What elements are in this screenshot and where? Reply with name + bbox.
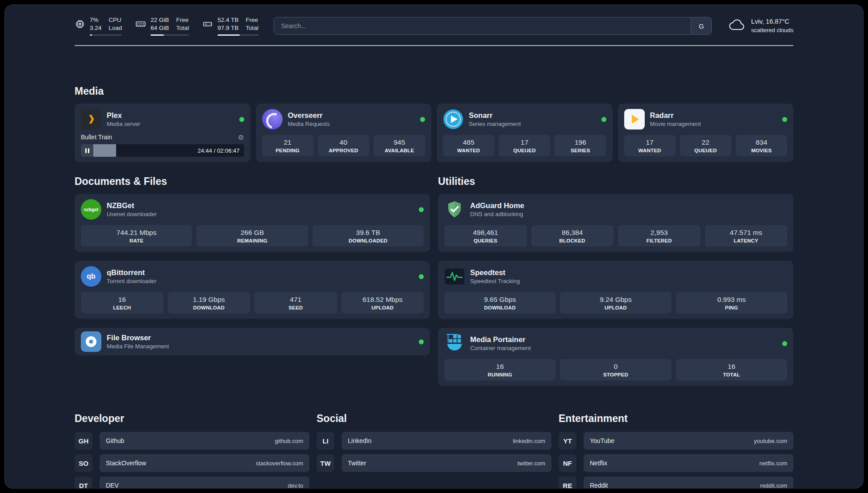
- disk-label-1: Free: [246, 16, 259, 24]
- bookmark-abbr-youtube: YT: [559, 432, 576, 450]
- app-name: AdGuard Home: [470, 201, 524, 210]
- app-card-header: Radarr Movie management: [624, 109, 788, 130]
- search-engine-button[interactable]: G: [691, 17, 711, 34]
- stat-label: WANTED: [627, 148, 673, 153]
- bookmark-url: stackoverflow.com: [256, 460, 303, 467]
- gear-icon[interactable]: ⚙: [238, 134, 244, 141]
- stat-tile: 471 SEED: [255, 292, 337, 313]
- disk-values: 52.4 TB 97.9 TB: [217, 16, 238, 32]
- stat-value: 834: [739, 138, 785, 146]
- stat-tile: 0 STOPPED: [560, 359, 671, 380]
- bookmark-name: YouTube: [590, 437, 614, 444]
- bookmark-row: GH Github github.com: [75, 432, 309, 450]
- bookmark-url: netflix.com: [760, 460, 787, 467]
- stat-label: PENDING: [265, 148, 311, 153]
- search-input[interactable]: [274, 22, 691, 29]
- stat-tile: 618.52 Mbps UPLOAD: [342, 292, 424, 313]
- app-card-portainer[interactable]: Media Portainer Container management 16 …: [438, 328, 793, 386]
- cpu-label-2: Load: [108, 24, 122, 32]
- bookmarks-entertainment: Entertainment YT YouTube youtube.com NF …: [559, 413, 793, 489]
- app-card-overseerr[interactable]: Overseerr Media Requests 21 PENDING 40 A…: [256, 104, 432, 162]
- app-subtitle: Container management: [470, 345, 531, 351]
- stat-value: 40: [321, 138, 367, 146]
- nzbget-icon-text: nzbget: [84, 207, 98, 212]
- app-card-speedtest[interactable]: Speedtest Speedtest Tracking 9.65 Gbps D…: [438, 261, 793, 319]
- stat-value: 22: [683, 138, 729, 146]
- stat-tile: 16 RUNNING: [444, 359, 555, 380]
- app-subtitle: DNS and adblocking: [470, 211, 524, 217]
- bookmark-link-twitter[interactable]: Twitter twitter.com: [342, 454, 551, 472]
- stat-label: SEED: [257, 305, 334, 310]
- bookmark-name: Netflix: [590, 460, 607, 467]
- stat-tile: 2,953 FILTERED: [618, 225, 701, 246]
- stat-tile: 22 QUEUED: [680, 135, 731, 156]
- bookmark-link-linkedin[interactable]: LinkedIn linkedin.com: [342, 432, 551, 450]
- player-progress-bar[interactable]: 24:44 / 02:06:47: [81, 144, 244, 157]
- stat-value: 266 GB: [199, 229, 305, 237]
- cpu-load-value: 3.24: [90, 24, 101, 32]
- bookmark-link-github[interactable]: Github github.com: [100, 432, 309, 450]
- bookmarks: Developer GH Github github.com SO StackO…: [75, 413, 793, 489]
- pause-button[interactable]: [81, 144, 93, 157]
- bookmark-link-netflix[interactable]: Netflix netflix.com: [584, 454, 793, 472]
- cloud-icon: [729, 19, 746, 33]
- stat-label: APPROVED: [321, 148, 367, 153]
- app-card-header: File Browser Media File Management: [81, 331, 424, 352]
- cpu-label-1: CPU: [108, 16, 122, 24]
- bookmark-name: DEV: [106, 482, 119, 489]
- app-name: Radarr: [650, 111, 701, 120]
- memory-widget-body: 22 GiB 64 GiB Free Total: [150, 16, 189, 35]
- app-card-header: Sonarr Series management: [443, 109, 606, 130]
- overseerr-icon: [262, 109, 283, 130]
- bookmarks-title-entertainment: Entertainment: [559, 413, 793, 425]
- bookmark-name: Reddit: [590, 482, 608, 489]
- app-card-nzbget[interactable]: nzbget NZBGet Usenet downloader 744.21 M…: [75, 194, 430, 252]
- app-meta: qBittorrent Torrent downloader: [107, 268, 156, 284]
- qbittorrent-icon: qb: [81, 266, 101, 287]
- bookmark-link-reddit[interactable]: Reddit reddit.com: [584, 476, 793, 489]
- memory-label-1: Free: [176, 16, 189, 24]
- app-card-radarr[interactable]: Radarr Movie management 17 WANTED 22 QUE…: [618, 104, 794, 162]
- stat-tile: 21 PENDING: [262, 135, 313, 156]
- stats: 9.65 Gbps DOWNLOAD 9.24 Gbps UPLOAD 0.99…: [444, 292, 787, 313]
- status-dot: [601, 117, 606, 122]
- app-card-header: AdGuard Home DNS and adblocking: [444, 199, 787, 220]
- bookmark-url: linkedin.com: [513, 438, 545, 444]
- bookmark-link-stackoverflow[interactable]: StackOverflow stackoverflow.com: [100, 454, 309, 472]
- stat-label: SERIES: [557, 148, 603, 153]
- stat-value: 9.24 Gbps: [563, 296, 668, 304]
- bookmark-link-dev[interactable]: DEV dev.to: [100, 476, 309, 489]
- memory-progress-bar: [150, 34, 189, 36]
- weather-widget: Lviv, 16.87°C scattered clouds: [729, 17, 793, 34]
- app-card-filebrowser[interactable]: File Browser Media File Management: [75, 328, 430, 355]
- utilities-cards: AdGuard Home DNS and adblocking 498,461 …: [438, 194, 793, 386]
- bookmark-link-youtube[interactable]: YouTube youtube.com: [584, 432, 793, 450]
- app-card-adguard[interactable]: AdGuard Home DNS and adblocking 498,461 …: [438, 194, 793, 252]
- memory-total-value: 64 GiB: [150, 24, 169, 32]
- bookmark-abbr-github: GH: [75, 432, 92, 450]
- stat-value: 16: [679, 363, 785, 371]
- status-dot: [419, 339, 424, 344]
- bookmark-name: LinkedIn: [348, 437, 371, 444]
- app-name: Overseerr: [288, 111, 330, 120]
- section-documents: Documents & Files nzbget NZBGet Usenet d…: [75, 175, 430, 355]
- disk-progress-fill: [217, 34, 239, 36]
- bookmark-url: youtube.com: [754, 438, 787, 444]
- bookmark-row: YT YouTube youtube.com: [559, 432, 793, 450]
- app-subtitle: Usenet downloader: [107, 211, 157, 217]
- app-card-sonarr[interactable]: Sonarr Series management 485 WANTED 17 Q…: [437, 104, 613, 162]
- app-meta: NZBGet Usenet downloader: [107, 201, 157, 217]
- bookmark-row: LI LinkedIn linkedin.com: [317, 432, 551, 450]
- disk-icon: [202, 19, 213, 29]
- disk-free-value: 52.4 TB: [217, 16, 238, 24]
- bookmark-name: Github: [106, 437, 124, 444]
- app-card-plex[interactable]: Plex Media server Bullet Train ⚙ 24:44 /…: [75, 104, 250, 162]
- bookmark-url: github.com: [275, 438, 303, 444]
- disk-widget: 52.4 TB 97.9 TB Free Total: [202, 16, 259, 35]
- qbittorrent-icon-text: qb: [87, 272, 96, 280]
- weather-condition: scattered clouds: [751, 26, 793, 34]
- bookmark-name: Twitter: [348, 460, 366, 467]
- bookmark-url: twitter.com: [517, 460, 545, 467]
- app-card-qbittorrent[interactable]: qb qBittorrent Torrent downloader 16 LEE…: [75, 261, 430, 319]
- status-dot: [419, 274, 424, 279]
